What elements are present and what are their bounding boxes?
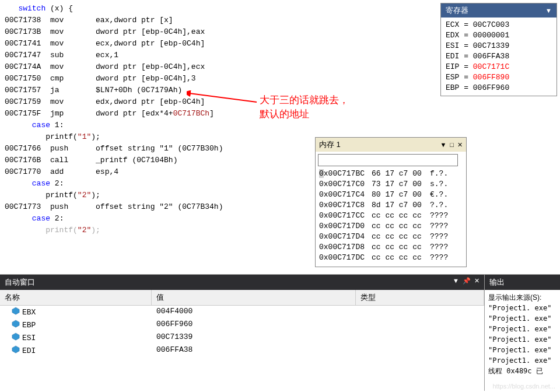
close-icon[interactable]: ✕ (457, 141, 463, 149)
autos-title: 自动窗口 (5, 277, 35, 288)
register-row: EDX = 00000001 (446, 30, 552, 41)
autos-row[interactable]: ESI 00C71339 (0, 331, 484, 344)
autos-title-bar[interactable]: 自动窗口 ▼ 📌 ✕ (0, 275, 484, 290)
memory-row[interactable]: 0x00C717C0 73 17 c7 00 s.?. (319, 179, 463, 190)
autos-panel: 自动窗口 ▼ 📌 ✕ 名称 值 类型 EBX 004F4000 EBP 006F… (0, 274, 484, 391)
memory-title-bar[interactable]: 内存 1 ▼ □ ✕ (316, 138, 466, 152)
output-line: "Project1. exe" (488, 324, 556, 334)
output-title-bar[interactable]: 输出 (485, 275, 560, 290)
register-row: EIP = 00C7171C (446, 62, 552, 72)
register-row: EDI = 006FFA38 (446, 51, 552, 62)
col-name[interactable]: 名称 (0, 290, 152, 305)
svg-marker-1 (12, 307, 19, 314)
svg-marker-3 (12, 333, 19, 340)
variable-icon (12, 345, 20, 356)
svg-marker-2 (12, 320, 19, 327)
register-row: ESI = 00C71339 (446, 41, 552, 51)
pin-icon[interactable]: 📌 (463, 277, 471, 288)
dropdown-icon[interactable]: ▼ (453, 277, 459, 288)
register-row: ECX = 00C7C003 (446, 20, 552, 30)
col-type[interactable]: 类型 (356, 290, 484, 305)
dropdown-icon[interactable]: ▼ (440, 141, 446, 148)
register-row: EBP = 006FF960 (446, 83, 552, 93)
memory-row[interactable]: 0x00C717D0 cc cc cc cc ???? (319, 221, 463, 232)
annotation-text: 大于三的话就跳去， 默认的地址 (260, 93, 349, 121)
registers-panel: 寄存器 ▼ ECX = 00C7C003 EDX = 00000001 ESI … (440, 3, 557, 96)
pin-icon[interactable]: ▼ (545, 7, 552, 14)
output-line: "Project1. exe" (488, 355, 556, 366)
output-title: 输出 (489, 277, 505, 288)
memory-address-input[interactable] (318, 154, 458, 166)
output-line: "Project1. exe" (488, 313, 556, 324)
variable-icon (12, 332, 20, 343)
registers-title-bar[interactable]: 寄存器 ▼ (441, 4, 556, 18)
autos-row[interactable]: EDI 006FFA38 (0, 344, 484, 357)
output-source-label: 显示输出来源(S): (488, 292, 556, 303)
watermark: https://blog.csdn.net... (492, 383, 555, 390)
svg-line-0 (190, 93, 257, 102)
registers-title: 寄存器 (446, 5, 468, 16)
output-line: "Project1. exe" (488, 345, 556, 355)
memory-row[interactable]: 0x00C717D8 cc cc cc cc ???? (319, 242, 463, 253)
output-line: 线程 0x489c 已 (488, 366, 556, 376)
annotation-arrow (187, 90, 262, 114)
output-line: "Project1. exe" (488, 334, 556, 345)
autos-row[interactable]: EBP 006FF960 (0, 318, 484, 331)
memory-row[interactable]: 0x00C717DC cc cc cc cc ???? (319, 253, 463, 263)
variable-icon (12, 320, 20, 330)
memory-row[interactable]: 0x00C717D4 cc cc cc cc ???? (319, 232, 463, 242)
memory-panel: 内存 1 ▼ □ ✕ 0x00C717BC 66 17 c7 00 f.?. 0… (315, 137, 467, 267)
col-value[interactable]: 值 (152, 290, 356, 305)
memory-address-input-wrap (318, 154, 464, 166)
close-icon[interactable]: ✕ (474, 277, 480, 288)
memory-row[interactable]: 0x00C717CC cc cc cc cc ???? (319, 211, 463, 221)
memory-title: 内存 1 (319, 139, 341, 150)
memory-row[interactable]: 0x00C717BC 66 17 c7 00 f.?. (319, 169, 463, 179)
memory-row[interactable]: 0x00C717C4 80 17 c7 00 €.?. (319, 190, 463, 200)
output-panel: 输出 显示输出来源(S): "Project1. exe""Project1. … (484, 274, 560, 391)
memory-row[interactable]: 0x00C717C8 8d 17 c7 00 ?.?. (319, 200, 463, 211)
variable-icon (12, 307, 20, 317)
output-line: "Project1. exe" (488, 303, 556, 313)
register-row: ESP = 006FF890 (446, 72, 552, 83)
autos-columns: 名称 值 类型 (0, 290, 484, 306)
autos-row[interactable]: EBX 004F4000 (0, 306, 484, 318)
svg-marker-4 (12, 346, 19, 353)
maximize-icon[interactable]: □ (450, 141, 454, 148)
